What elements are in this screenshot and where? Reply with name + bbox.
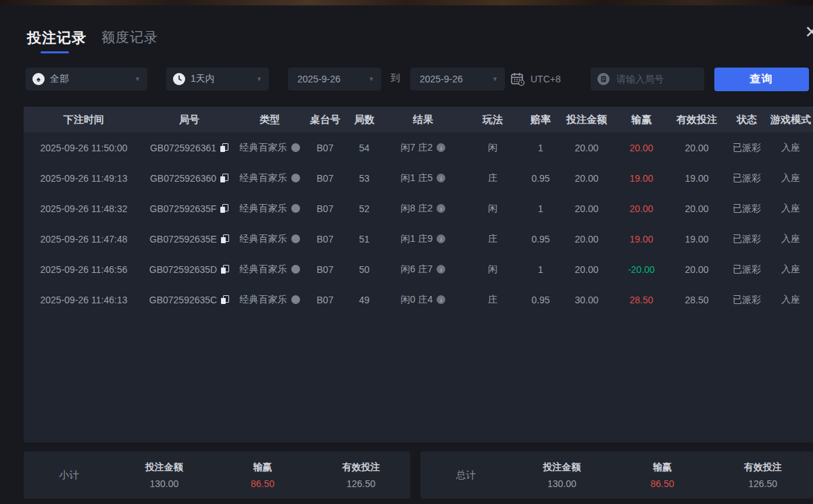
subtotal-valid-bet: 有效投注 126.50 [312,461,410,489]
tab-quota-records[interactable]: 额度记录 [101,28,158,47]
info-icon[interactable]: i [437,174,445,182]
valid-text: 19.00 [685,173,708,184]
cell-bet: 20.00 [559,143,614,153]
copy-icon[interactable] [220,174,228,182]
mode-text: 入座 [781,172,800,184]
chevron-down-icon: ▼ [256,76,262,82]
column-header: 下注时间 [24,114,144,126]
subtotal-box: 小计 投注金额 130.00 输赢 86.50 有效投注 126.50 [24,451,410,499]
cell-odds: 1 [522,264,559,275]
info-icon[interactable]: i [437,234,445,243]
cell-table_no: B07 [305,234,345,245]
game-type-dropdown[interactable]: ♠ 全部 ▼ [26,68,147,91]
game-type-badge-icon [291,295,300,304]
time-text: 2025-09-26 11:49:13 [41,173,128,184]
type-text: 经典百家乐 [240,142,287,154]
cell-type: 经典百家乐 [235,142,305,154]
mode-text: 入座 [781,203,800,215]
cell-table_no: B07 [305,295,345,305]
cell-table_no: B07 [305,264,345,275]
column-header: 玩法 [463,114,522,126]
cell-status: 已派彩 [725,294,768,306]
win-loss-value: 86.50 [612,478,713,489]
close-icon[interactable]: ✕ [800,20,813,43]
cell-win: 20.00 [614,203,668,214]
cell-play: 庄 [463,233,522,245]
date-from-picker[interactable]: 2025-9-26 ▼ [288,68,381,91]
valid-text: 20.00 [685,143,708,153]
column-header: 游戏模式 [768,114,813,126]
type-text: 经典百家乐 [240,263,287,276]
spade-icon: ♠ [32,73,45,85]
bet-text: 30.00 [574,295,598,305]
cell-status: 已派彩 [725,172,768,184]
odds-text: 1 [538,264,543,275]
round-id-input[interactable] [615,73,704,85]
round_id-text: GB0725926361 [150,143,216,153]
cell-table_no: B07 [305,203,345,214]
round-id-search-field [591,68,704,91]
round_no-text: 50 [359,264,370,275]
copy-icon[interactable] [221,234,229,243]
copy-icon[interactable] [220,143,228,152]
game-type-badge-icon [291,143,300,152]
bet-text: 20.00 [574,173,598,184]
cell-round_id: GB072592635D [144,264,235,275]
valid-bet-value: 126.50 [312,478,410,489]
odds-text: 1 [538,143,543,153]
table-row: 2025-09-26 11:48:32GB072592635F经典百家乐B075… [24,193,813,224]
copy-icon[interactable] [221,295,229,304]
result-text: 闲7 庄2 [401,142,433,154]
table-row: 2025-09-26 11:46:13GB072592635C经典百家乐B074… [24,284,813,315]
cell-bet: 30.00 [559,295,614,305]
cell-type: 经典百家乐 [235,263,305,276]
date-to-value: 2025-9-26 [420,74,463,84]
cell-valid: 19.00 [668,173,725,184]
cell-odds: 1 [522,143,559,153]
cell-result: 闲1 庄9i [383,233,463,245]
bet-amount-value: 130.00 [512,478,612,489]
cell-time: 2025-09-26 11:46:13 [24,295,144,305]
cell-bet: 20.00 [559,234,614,245]
tab-betting-records[interactable]: 投注记录 [27,28,87,47]
time-range-dropdown[interactable]: 1天内 ▼ [166,68,269,91]
time-text: 2025-09-26 11:50:00 [41,143,128,153]
cell-round_id: GB0725926361 [144,143,235,153]
table-row: 2025-09-26 11:49:13GB0725926360经典百家乐B075… [24,163,813,193]
round_id-text: GB0725926360 [150,173,216,184]
cell-status: 已派彩 [725,233,768,245]
clock-icon [173,73,185,85]
copy-icon[interactable] [221,265,229,274]
game-type-badge-icon [291,234,300,243]
info-icon[interactable]: i [437,143,445,152]
round_id-text: GB072592635D [149,264,217,275]
cell-odds: 1 [522,203,559,214]
round_id-text: GB072592635C [149,295,217,305]
cell-result: 闲6 庄7i [383,263,463,276]
game-type-value: 全部 [50,73,69,85]
date-to-picker[interactable]: 2025-9-26 ▼ [410,68,505,91]
cell-play: 庄 [463,294,522,306]
valid-bet-value: 126.50 [712,478,813,489]
result-text: 闲1 庄9 [401,233,433,245]
table_no-text: B07 [317,203,334,214]
column-header: 状态 [725,114,768,126]
cell-round_id: GB072592635C [144,295,235,305]
svg-text:♠: ♠ [36,75,41,83]
valid-text: 19.00 [685,234,708,245]
info-icon[interactable]: i [437,265,445,274]
copy-icon[interactable] [220,204,228,213]
search-button[interactable]: 查询 [714,68,809,91]
mode-text: 入座 [781,263,800,276]
cell-result: 闲7 庄2i [383,142,463,154]
play-text: 闲 [488,263,497,276]
column-header: 有效投注 [668,114,725,126]
timezone-display[interactable]: UTC+8 [510,68,561,91]
cell-type: 经典百家乐 [235,294,305,306]
betting-records-modal: ✕ 投注记录 额度记录 ♠ 全部 ▼ 1天内 ▼ 2025-9-26 ▼ 到 [0,0,813,504]
cell-odds: 0.95 [522,173,559,184]
info-icon[interactable]: i [437,204,445,213]
info-icon[interactable]: i [437,295,445,304]
chevron-down-icon: ▼ [368,76,374,82]
bet-amount-header: 投注金额 [115,461,214,474]
